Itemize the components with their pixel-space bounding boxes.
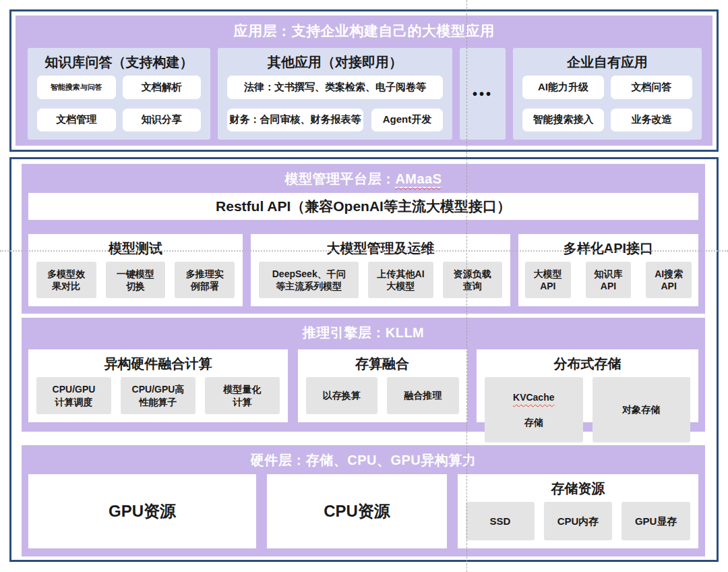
chip-smart-search-qa: 智能搜索与问答: [37, 76, 116, 99]
amaas-layer-title: 模型管理平台层：AMaaS: [22, 164, 705, 188]
chip-finance-apps: 财务：合同审核、财务报表等: [227, 109, 363, 132]
compute-storage-fusion-chips: 以存换算 融合推理: [298, 374, 467, 422]
amaas-group-row: 模型测试 多模型效 果对比 一键模型 切换 多推理实 例部署 大模型管理及运维 …: [28, 234, 698, 306]
chip-model-quant-compute: 模型量化 计算: [205, 377, 280, 414]
enterprise-apps-chips: AI能力升级 文档问答 智能搜索接入 业务改造: [522, 76, 692, 132]
amaas-layer-panel: 模型管理平台层：AMaaS Restful API（兼容OpenAI等主流大模型…: [22, 164, 705, 314]
kllm-group-row: 异构硬件融合计算 CPU/GPU 计算调度 CPU/GPU高 性能算子 模型量化…: [28, 349, 698, 422]
application-layer-frame: 应用层：支持企业构建自己的大模型应用 知识库问答（支持构建） 智能搜索与问答 文…: [9, 9, 719, 152]
ellipsis-text: •••: [473, 86, 493, 102]
kllm-layer-title: 推理引擎层：KLLM: [22, 318, 705, 342]
other-apps-chips: 法律：文书撰写、类案检索、电子阅卷等 财务：合同审核、财务报表等 Agent开发: [227, 76, 443, 132]
enterprise-apps-title: 企业自有应用: [522, 51, 692, 76]
chip-kvcache-storage: KVCache 存储: [485, 377, 583, 442]
chip-multi-instance-deploy: 多推理实 例部署: [175, 262, 235, 298]
gpu-resource-box: GPU资源: [28, 474, 256, 548]
chip-one-click-switch: 一键模型 切换: [106, 262, 166, 298]
chip-smart-search-access: 智能搜索接入: [522, 109, 604, 132]
chip-upload-other-models: 上传其他AI 大模型: [368, 262, 433, 298]
chip-doc-qa: 文档问答: [611, 76, 692, 99]
other-apps-box: 其他应用（对接即用） 法律：文书撰写、类案检索、电子阅卷等 财务：合同审核、财务…: [218, 48, 452, 140]
api-variety-chips: 大模型 API 知识库 API AI搜索 API: [518, 259, 698, 306]
model-ops-group: 大模型管理及运维 DeepSeek、千问 等主流系列模型 上传其他AI 大模型 …: [251, 234, 510, 306]
hardware-layer-panel: 硬件层：存储、CPU、GPU异构算力 GPU资源 CPU资源 存储资源 SSD …: [22, 445, 705, 556]
chip-agent-dev: Agent开发: [371, 109, 443, 132]
chip-high-perf-operators: CPU/GPU高 性能算子: [121, 377, 195, 414]
kllm-layer-panel: 推理引擎层：KLLM 异构硬件融合计算 CPU/GPU 计算调度 CPU/GPU…: [22, 318, 705, 432]
amaas-title-misspell-mark: AMaaS: [395, 171, 442, 188]
distributed-storage-chips: KVCache 存储 对象存储: [477, 374, 698, 451]
distributed-storage-title: 分布式存储: [477, 349, 698, 374]
hetero-compute-title: 异构硬件融合计算: [28, 349, 288, 374]
platform-stack-frame: 模型管理平台层：AMaaS Restful API（兼容OpenAI等主流大模型…: [9, 157, 719, 562]
kb-qa-chips: 智能搜索与问答 文档解析 文档管理 知识分享: [37, 76, 201, 132]
chip-doc-parse: 文档解析: [123, 76, 202, 99]
chip-ai-upgrade: AI能力升级: [522, 76, 604, 99]
chip-multi-model-compare: 多模型效 果对比: [36, 262, 96, 298]
storage-resource-group: 存储资源 SSD CPU内存 GPU显存: [458, 474, 698, 548]
chip-business-transform: 业务改造: [611, 109, 692, 132]
model-test-title: 模型测试: [28, 234, 243, 259]
chip-fusion-inference: 融合推理: [387, 377, 459, 414]
other-apps-title: 其他应用（对接即用）: [227, 51, 443, 76]
other-apps-row2: 财务：合同审核、财务报表等 Agent开发: [227, 109, 443, 132]
storage-resource-chips: SSD CPU内存 GPU显存: [458, 499, 698, 548]
hetero-compute-chips: CPU/GPU 计算调度 CPU/GPU高 性能算子 模型量化 计算: [28, 374, 288, 422]
chip-kb-api: 知识库 API: [586, 262, 632, 298]
chip-storage-for-compute: 以存换算: [306, 377, 378, 414]
application-layer-panel: 应用层：支持企业构建自己的大模型应用 知识库问答（支持构建） 智能搜索与问答 文…: [16, 16, 712, 146]
application-layer-row: 知识库问答（支持构建） 智能搜索与问答 文档解析 文档管理 知识分享 其他应用（…: [28, 48, 702, 140]
kb-qa-title: 知识库问答（支持构建）: [37, 51, 201, 76]
model-test-chips: 多模型效 果对比 一键模型 切换 多推理实 例部署: [28, 259, 243, 306]
restful-api-bar: Restful API（兼容OpenAI等主流大模型接口）: [28, 193, 698, 220]
chip-deepseek-qwen-models: DeepSeek、千问 等主流系列模型: [259, 262, 359, 298]
compute-storage-fusion-title: 存算融合: [298, 349, 467, 374]
model-ops-chips: DeepSeek、千问 等主流系列模型 上传其他AI 大模型 资源负载 查询: [251, 259, 510, 306]
chip-ai-search-api: AI搜索 API: [646, 262, 692, 298]
chip-knowledge-share: 知识分享: [123, 109, 202, 132]
chip-resource-load-query: 资源负载 查询: [443, 262, 502, 298]
chip-ssd: SSD: [466, 502, 535, 540]
api-variety-group: 多样化API接口 大模型 API 知识库 API AI搜索 API: [518, 234, 698, 306]
model-ops-title: 大模型管理及运维: [251, 234, 510, 259]
api-variety-title: 多样化API接口: [518, 234, 698, 259]
chip-doc-manage: 文档管理: [37, 109, 116, 132]
kvcache-misspell-mark: KVCache: [513, 391, 554, 403]
storage-resource-title: 存储资源: [458, 474, 698, 499]
ellipsis-box: •••: [460, 48, 506, 140]
chip-llm-api: 大模型 API: [525, 262, 571, 298]
kb-qa-box: 知识库问答（支持构建） 智能搜索与问答 文档解析 文档管理 知识分享: [28, 48, 210, 140]
application-layer-title: 应用层：支持企业构建自己的大模型应用: [16, 16, 712, 40]
chip-cpu-memory: CPU内存: [544, 502, 613, 540]
architecture-diagram: 应用层：支持企业构建自己的大模型应用 知识库问答（支持构建） 智能搜索与问答 文…: [0, 0, 728, 572]
chip-object-storage: 对象存储: [593, 377, 691, 442]
model-test-group: 模型测试 多模型效 果对比 一键模型 切换 多推理实 例部署: [28, 234, 243, 306]
kvcache-line2: 存储: [513, 416, 554, 428]
amaas-title-name: AMaaS: [395, 171, 442, 188]
hardware-layer-title: 硬件层：存储、CPU、GPU异构算力: [22, 445, 705, 469]
distributed-storage-group: 分布式存储 KVCache 存储 对象存储: [477, 349, 698, 422]
chip-cpu-gpu-scheduling: CPU/GPU 计算调度: [36, 377, 111, 414]
hardware-group-row: GPU资源 CPU资源 存储资源 SSD CPU内存 GPU显存: [28, 474, 698, 548]
enterprise-apps-box: 企业自有应用 AI能力升级 文档问答 智能搜索接入 业务改造: [513, 48, 702, 140]
chip-gpu-vram: GPU显存: [621, 502, 690, 540]
cpu-resource-box: CPU资源: [267, 474, 447, 548]
chip-legal-apps: 法律：文书撰写、类案检索、电子阅卷等: [227, 76, 443, 99]
compute-storage-fusion-group: 存算融合 以存换算 融合推理: [298, 349, 467, 422]
amaas-title-prefix: 模型管理平台层：: [284, 171, 395, 186]
hetero-compute-group: 异构硬件融合计算 CPU/GPU 计算调度 CPU/GPU高 性能算子 模型量化…: [28, 349, 288, 422]
